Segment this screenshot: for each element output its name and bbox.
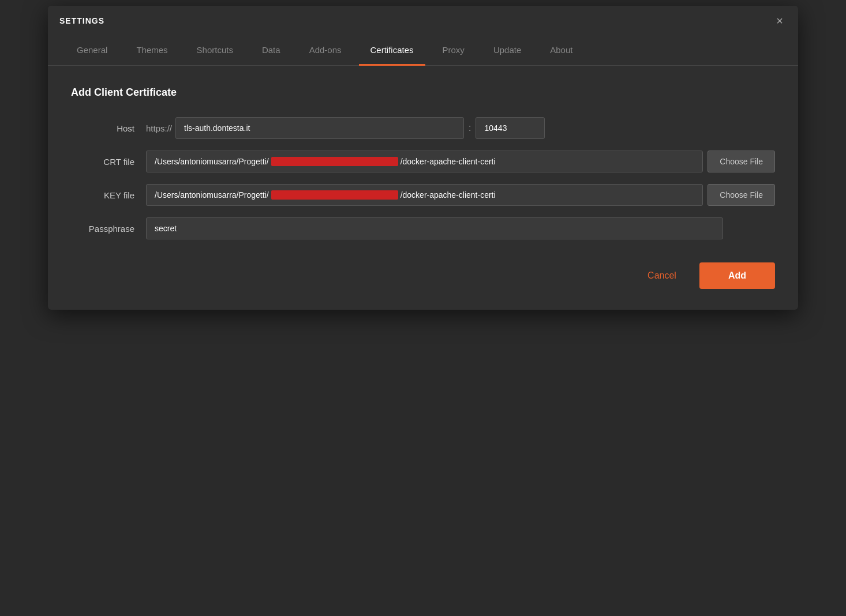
host-input-group: https:// : [146,117,545,139]
key-file-row: KEY file /Users/antoniomusarra/Progetti/… [71,184,775,206]
key-path-prefix: /Users/antoniomusarra/Progetti/ [155,190,269,200]
tab-themes[interactable]: Themes [125,36,179,66]
content-area: Add Client Certificate Host https:// : C… [48,66,798,310]
key-file-display: /Users/antoniomusarra/Progetti/ /docker-… [146,184,703,206]
crt-redacted [271,157,398,166]
host-label: Host [71,123,146,133]
key-redacted [271,190,398,200]
add-button[interactable]: Add [699,262,775,289]
crt-choose-file-button[interactable]: Choose File [708,151,775,172]
key-file-wrapper: /Users/antoniomusarra/Progetti/ /docker-… [146,184,775,206]
tab-data[interactable]: Data [250,36,292,66]
key-path-suffix: /docker-apache-client-certi [400,190,496,200]
tab-about[interactable]: About [538,36,584,66]
tab-addons[interactable]: Add-ons [298,36,353,66]
host-input[interactable] [175,117,464,139]
nav-tabs: General Themes Shortcuts Data Add-ons Ce… [48,36,798,66]
crt-file-wrapper: /Users/antoniomusarra/Progetti/ /docker-… [146,151,775,172]
tab-certificates[interactable]: Certificates [359,36,425,66]
actions-row: Cancel Add [71,262,775,289]
key-choose-file-button[interactable]: Choose File [708,184,775,206]
tab-proxy[interactable]: Proxy [431,36,476,66]
crt-path-prefix: /Users/antoniomusarra/Progetti/ [155,157,269,166]
section-title: Add Client Certificate [71,87,775,99]
settings-window: SETTINGS × General Themes Shortcuts Data… [48,6,798,310]
cancel-button[interactable]: Cancel [636,265,688,287]
passphrase-label: Passphrase [71,224,146,234]
title-bar: SETTINGS × [48,6,798,36]
tab-shortcuts[interactable]: Shortcuts [185,36,245,66]
tab-update[interactable]: Update [482,36,533,66]
crt-path-suffix: /docker-apache-client-certi [400,157,496,166]
window-title: SETTINGS [59,16,104,25]
tab-general[interactable]: General [65,36,119,66]
passphrase-row: Passphrase [71,217,775,239]
host-row: Host https:// : [71,117,775,139]
crt-label: CRT file [71,157,146,167]
passphrase-input[interactable] [146,217,723,239]
port-input[interactable] [476,117,545,139]
key-label: KEY file [71,190,146,200]
crt-file-row: CRT file /Users/antoniomusarra/Progetti/… [71,151,775,172]
close-button[interactable]: × [773,14,787,28]
host-separator: : [469,123,471,133]
crt-file-display: /Users/antoniomusarra/Progetti/ /docker-… [146,151,703,172]
host-prefix: https:// [146,123,172,133]
